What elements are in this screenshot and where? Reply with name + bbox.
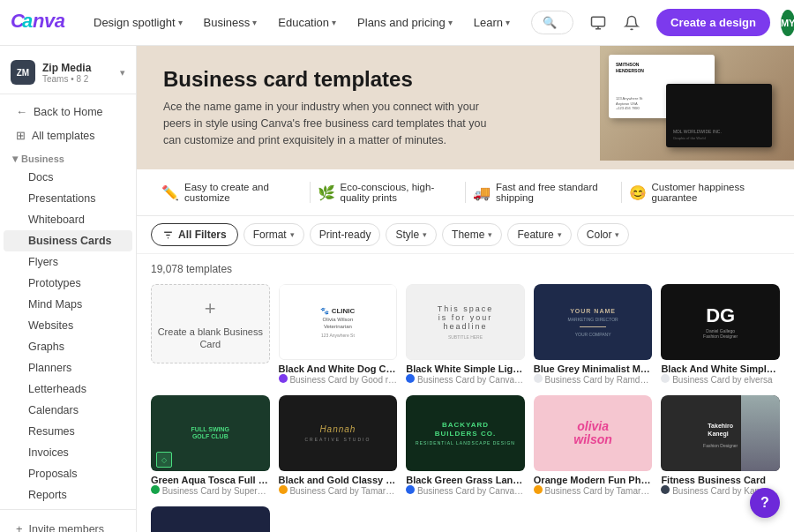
arrow-left-icon: ← xyxy=(16,105,27,118)
format-filter-button[interactable]: Format ▾ xyxy=(243,223,304,246)
chevron-down-icon: ▾ xyxy=(252,18,257,27)
search-icon: 🔍 xyxy=(543,16,557,29)
bell-icon-btn[interactable] xyxy=(619,11,644,35)
sidebar-item-prototypes[interactable]: Prototypes xyxy=(4,273,132,294)
svg-text:a: a xyxy=(22,10,33,32)
truck-icon: 🚚 xyxy=(473,184,491,201)
template-name: Blue Grey Minimalist Mo... xyxy=(534,363,653,374)
chevron-down-icon: ▾ xyxy=(178,18,183,27)
sidebar-item-graphs[interactable]: Graphs xyxy=(4,336,132,357)
all-filters-button[interactable]: All Filters xyxy=(151,223,238,246)
template-card[interactable]: TakehiroKanegi Fashion Designer Fitness … xyxy=(661,395,780,498)
sidebar-item-presentations[interactable]: Presentations xyxy=(4,188,132,209)
help-button[interactable]: ? xyxy=(750,488,780,518)
feature-easy-create: ✏️ Easy to create and customize xyxy=(154,178,310,206)
hero-banner: Business card templates Ace the name gam… xyxy=(137,46,794,169)
sidebar-invite-members[interactable]: + Invite members xyxy=(4,517,132,532)
template-card[interactable]: This spaceis for yourheadline SUBTITLE H… xyxy=(406,284,525,386)
sidebar-item-flyers[interactable]: Flyers xyxy=(4,251,132,273)
print-ready-filter-button[interactable]: Print-ready xyxy=(310,223,381,246)
team-name: Zip Media xyxy=(42,62,113,74)
sidebar-item-invoices[interactable]: Invoices xyxy=(4,442,132,463)
template-sub: Business Card by Good rating xyxy=(279,374,398,385)
chevron-down-icon: ▾ xyxy=(290,230,295,239)
sidebar-back-home[interactable]: ← Back to Home xyxy=(4,100,132,124)
sidebar-item-resumes[interactable]: Resumes xyxy=(4,421,132,442)
style-filter-button[interactable]: Style ▾ xyxy=(386,223,437,246)
smile-icon: 😊 xyxy=(629,184,647,201)
sidebar: ZM Zip Media Teams • 8 2 ▾ ← Back to Hom… xyxy=(0,46,137,532)
team-info: Zip Media Teams • 8 2 xyxy=(42,62,113,84)
chevron-down-icon: ▾ xyxy=(558,230,562,239)
sidebar-item-docs[interactable]: Docs xyxy=(4,167,132,188)
template-meta: Black and Gold Classy M... Business Card… xyxy=(279,471,398,498)
chevron-down-icon: ▾ xyxy=(488,230,492,239)
create-blank-card[interactable]: + Create a blank Business Card xyxy=(151,284,270,386)
template-card[interactable]: FULL SWINGGOLF CLUB ◇ Green Aqua Tosca F… xyxy=(151,395,270,498)
templates-count: 19,078 templates xyxy=(151,263,780,275)
sidebar-item-reports[interactable]: Reports xyxy=(4,484,132,506)
template-name: Green Aqua Tosca Full s... xyxy=(151,475,270,485)
leaf-icon: 🌿 xyxy=(318,184,335,201)
template-name: Black White Simple Light... xyxy=(406,363,525,374)
feature-filter-button[interactable]: Feature ▾ xyxy=(507,223,571,246)
filters-bar: All Filters Format ▾ Print-ready Style ▾… xyxy=(137,216,794,254)
sidebar-item-calendars[interactable]: Calendars xyxy=(4,400,132,421)
grid-icon: ⊞ xyxy=(16,129,26,142)
template-sub: Business Card by Tamara Hall xyxy=(279,485,398,496)
nav-business[interactable]: Business ▾ xyxy=(197,12,265,33)
nav-education[interactable]: Education ▾ xyxy=(271,12,343,33)
sidebar-item-business-cards[interactable]: Business Cards xyxy=(4,230,132,251)
chevron-down-icon: ▾ xyxy=(615,230,619,239)
sidebar-item-proposals[interactable]: Proposals xyxy=(4,463,132,484)
sidebar-item-websites[interactable]: Websites xyxy=(4,315,132,336)
template-name: Black Green Grass Lands... xyxy=(406,475,525,485)
color-filter-button[interactable]: Color ▾ xyxy=(577,223,630,246)
sidebar-item-planners[interactable]: Planners xyxy=(4,357,132,378)
features-bar: ✏️ Easy to create and customize 🌿 Eco-co… xyxy=(137,169,794,216)
nav-learn[interactable]: Learn ▾ xyxy=(467,12,517,33)
nav-design-spotlight[interactable]: Design spotlight ▾ xyxy=(86,12,190,33)
template-card[interactable]: Hannah CREATIVE STUDIO Black and Gold Cl… xyxy=(279,395,398,498)
template-card[interactable]: BACKYARDBUILDERS CO. RESIDENTIAL LANDSCA… xyxy=(406,395,525,498)
plus-icon: + xyxy=(16,522,23,532)
theme-filter-button[interactable]: Theme ▾ xyxy=(442,223,502,246)
template-card[interactable]: oliviawilson Orange Modern Fun Pho... Bu… xyxy=(534,395,653,498)
template-card[interactable]: YOUR NAME MARKETING DIRECTOR YOUR COMPAN… xyxy=(534,284,653,386)
template-sub: Business Card by Superbia W... xyxy=(151,485,270,496)
page-title: Business card templates xyxy=(163,67,507,92)
chevron-down-icon: ▾ xyxy=(423,230,427,239)
sidebar-all-templates[interactable]: ⊞ All templates xyxy=(4,124,132,147)
sidebar-item-letterheads[interactable]: Letterheads xyxy=(4,378,132,400)
template-sub: Business Card by Canva Crea... xyxy=(406,374,525,385)
chevron-down-icon: ▾ xyxy=(120,67,125,79)
svg-text:nva: nva xyxy=(33,10,65,32)
canva-logo[interactable]: C a nva xyxy=(11,8,72,38)
team-sub: Teams • 8 2 xyxy=(42,74,113,84)
chevron-down-icon: ▾ xyxy=(448,18,453,27)
template-sub: Business Card by Ramdhaniy... xyxy=(534,374,653,385)
monitor-icon-btn[interactable] xyxy=(586,11,610,35)
svg-rect-3 xyxy=(592,17,605,26)
template-sub: Business Card by elversa xyxy=(661,374,780,385)
hero-image: SMITHSONHENDERSON 123 Anywhere StAnytown… xyxy=(600,46,794,161)
template-meta: Green Aqua Tosca Full s... Business Card… xyxy=(151,471,270,498)
template-card[interactable]: 🐾 CLINIC Olivia WilsonVeterinarian 123 A… xyxy=(279,284,398,386)
sidebar-item-mind-maps[interactable]: Mind Maps xyxy=(4,294,132,315)
templates-grid: + Create a blank Business Card 🐾 CLINIC … xyxy=(151,284,780,532)
template-card[interactable]: INGOUDECOMPANY PRESSURE WASHING SERVICES… xyxy=(151,506,270,532)
search-bar[interactable]: 🔍 xyxy=(531,11,573,34)
sidebar-team[interactable]: ZM Zip Media Teams • 8 2 ▾ xyxy=(0,53,136,94)
template-name: Black and Gold Classy M... xyxy=(279,475,398,485)
template-sub: Business Card by Tamara Hall xyxy=(534,485,653,496)
template-card[interactable]: DG Daniel GallegoFashion Designer Black … xyxy=(661,284,780,386)
chevron-down-icon: ▾ xyxy=(506,18,510,27)
template-name: Black And White Simple ... xyxy=(661,363,780,374)
create-design-button[interactable]: Create a design xyxy=(656,9,770,36)
sidebar-item-whiteboard[interactable]: Whiteboard xyxy=(4,209,132,230)
template-meta: Blue Grey Minimalist Mo... Business Card… xyxy=(534,360,653,386)
create-blank-area[interactable]: + Create a blank Business Card xyxy=(151,284,270,363)
template-sub: Business Card by Canva Crea... xyxy=(406,485,525,496)
avatar[interactable]: MY xyxy=(781,10,794,36)
nav-plans-pricing[interactable]: Plans and pricing ▾ xyxy=(350,12,460,33)
